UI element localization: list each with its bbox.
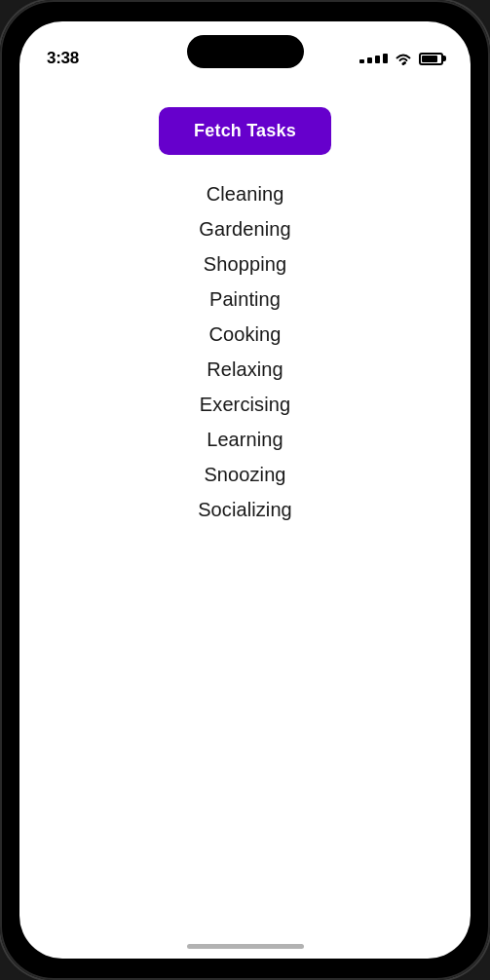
dynamic-island xyxy=(187,35,304,68)
task-item: Learning xyxy=(207,424,283,455)
task-item: Shopping xyxy=(204,248,286,280)
task-item: Cooking xyxy=(208,319,281,350)
fetch-tasks-button[interactable]: Fetch Tasks xyxy=(159,107,331,155)
phone-screen: 3:38 xyxy=(19,21,471,959)
task-item: Snoozing xyxy=(204,459,285,490)
wifi-icon xyxy=(395,52,412,65)
signal-icon xyxy=(359,54,388,63)
battery-fill xyxy=(422,56,437,62)
signal-dot-4 xyxy=(383,54,388,63)
status-time: 3:38 xyxy=(47,49,79,68)
signal-dot-2 xyxy=(367,57,372,63)
home-indicator xyxy=(187,944,304,949)
battery-icon xyxy=(419,53,443,65)
signal-dot-1 xyxy=(359,59,364,63)
status-icons xyxy=(359,52,443,65)
signal-dot-3 xyxy=(375,56,380,63)
main-content: Fetch Tasks CleaningGardeningShoppingPai… xyxy=(19,78,471,959)
task-item: Exercising xyxy=(200,389,290,420)
phone-frame: 3:38 xyxy=(0,0,490,980)
task-item: Painting xyxy=(209,283,281,315)
task-item: Socializing xyxy=(198,494,292,525)
tasks-list: CleaningGardeningShoppingPaintingCooking… xyxy=(19,178,471,525)
task-item: Gardening xyxy=(199,213,290,245)
svg-point-0 xyxy=(402,62,405,65)
task-item: Relaxing xyxy=(207,354,283,385)
task-item: Cleaning xyxy=(207,178,284,209)
